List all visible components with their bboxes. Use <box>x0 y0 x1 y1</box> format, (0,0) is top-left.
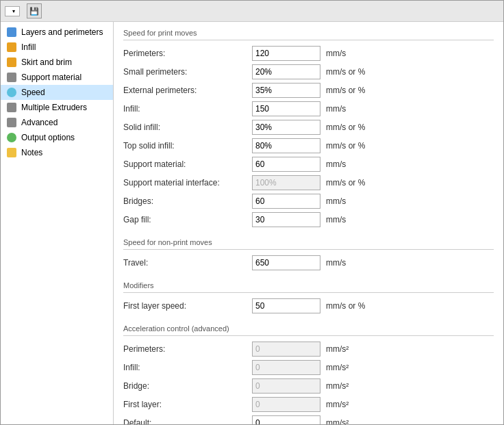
field-label: Bridge: <box>123 381 247 391</box>
advanced-icon <box>6 117 17 128</box>
sidebar-item-support[interactable]: Support material <box>1 70 113 85</box>
field-input <box>252 360 320 375</box>
field-input[interactable] <box>252 138 320 153</box>
field-unit: mm/s or % <box>326 86 365 95</box>
sidebar-label-skirt: Skirt and brim <box>21 57 72 67</box>
field-label: First layer speed: <box>123 301 247 311</box>
field-unit: mm/s or % <box>326 123 365 132</box>
field-unit: mm/s² <box>326 418 349 424</box>
field-label: Perimeters: <box>123 344 247 354</box>
section-title-modifiers: Modifiers <box>123 281 494 293</box>
sidebar-label-notes: Notes <box>21 148 42 157</box>
field-row: Travel:mm/s <box>123 255 494 270</box>
sidebar-item-extruders[interactable]: Multiple Extruders <box>1 100 113 115</box>
field-label: External perimeters: <box>123 86 247 95</box>
field-input[interactable] <box>252 120 320 135</box>
title-bar: ▾ 💾 <box>1 1 503 22</box>
field-label: Gap fill: <box>123 215 247 224</box>
field-row: First layer:mm/s² <box>123 397 494 412</box>
section-title-print-moves: Speed for print moves <box>123 29 494 40</box>
field-unit: mm/s² <box>326 400 349 409</box>
field-input[interactable] <box>252 212 320 227</box>
field-label: First layer: <box>123 400 247 409</box>
field-input[interactable] <box>252 46 320 61</box>
sidebar-label-extruders: Multiple Extruders <box>21 103 87 112</box>
section-modifiers: ModifiersFirst layer speed:mm/s or % <box>123 281 494 313</box>
field-row: Infill:mm/s <box>123 101 494 116</box>
field-input[interactable] <box>252 64 320 79</box>
field-input[interactable] <box>252 298 320 313</box>
field-row: First layer speed:mm/s or % <box>123 298 494 313</box>
section-acceleration: Acceleration control (advanced)Perimeter… <box>123 324 494 424</box>
main-content: Layers and perimetersInfillSkirt and bri… <box>1 22 503 424</box>
save-button[interactable]: 💾 <box>27 3 42 18</box>
sidebar: Layers and perimetersInfillSkirt and bri… <box>1 22 114 424</box>
field-unit: mm/s or % <box>326 301 365 311</box>
sidebar-label-speed: Speed <box>21 88 45 97</box>
field-label: Solid infill: <box>123 123 247 132</box>
field-unit: mm/s <box>326 104 346 114</box>
sidebar-label-support: Support material <box>21 73 81 82</box>
field-row: Small perimeters:mm/s or % <box>123 64 494 79</box>
field-label: Travel: <box>123 258 247 268</box>
field-label: Support material: <box>123 159 247 169</box>
field-unit: mm/s or % <box>326 141 365 151</box>
sidebar-label-output: Output options <box>21 133 75 142</box>
sidebar-item-skirt[interactable]: Skirt and brim <box>1 55 113 70</box>
extruders-icon <box>6 102 17 113</box>
sidebar-item-advanced[interactable]: Advanced <box>1 115 113 130</box>
field-input[interactable] <box>252 83 320 98</box>
field-row: Bridge:mm/s² <box>123 378 494 394</box>
field-input[interactable] <box>252 101 320 116</box>
section-title-non-print-moves: Speed for non-print moves <box>123 238 494 250</box>
field-label: Top solid infill: <box>123 141 247 151</box>
field-input <box>252 397 320 412</box>
field-unit: mm/s <box>326 159 346 169</box>
field-input <box>252 175 320 190</box>
field-input <box>252 342 320 357</box>
field-row: Gap fill:mm/s <box>123 212 494 227</box>
output-icon <box>6 132 17 143</box>
support-icon <box>6 72 17 83</box>
field-row: Support material interface:mm/s or % <box>123 175 494 190</box>
field-unit: mm/s <box>326 196 346 206</box>
sidebar-item-output[interactable]: Output options <box>1 130 113 145</box>
field-label: Default: <box>123 418 247 424</box>
field-input[interactable] <box>252 157 320 172</box>
file-dropdown[interactable]: ▾ <box>5 6 20 16</box>
field-row: Support material:mm/s <box>123 157 494 172</box>
field-input <box>252 378 320 394</box>
field-unit: mm/s <box>326 258 346 268</box>
sidebar-item-notes[interactable]: Notes <box>1 145 113 160</box>
speed-icon <box>6 87 17 98</box>
sidebar-label-layers: Layers and perimeters <box>21 27 103 37</box>
field-unit: mm/s² <box>326 363 349 372</box>
sidebar-item-infill[interactable]: Infill <box>1 40 113 55</box>
field-row: Perimeters:mm/s² <box>123 342 494 357</box>
field-unit: mm/s or % <box>326 67 365 77</box>
field-label: Small perimeters: <box>123 67 247 77</box>
sidebar-item-layers[interactable]: Layers and perimeters <box>1 25 113 40</box>
sidebar-item-speed[interactable]: Speed <box>1 85 113 100</box>
field-unit: mm/s² <box>326 344 349 354</box>
content-panel: Speed for print movesPerimeters:mm/sSmal… <box>114 22 503 424</box>
field-row: Top solid infill:mm/s or % <box>123 138 494 153</box>
field-row: Bridges:mm/s <box>123 194 494 209</box>
field-label: Infill: <box>123 104 247 114</box>
section-print-moves: Speed for print movesPerimeters:mm/sSmal… <box>123 29 494 227</box>
field-row: External perimeters:mm/s or % <box>123 83 494 98</box>
title-icon-group: 💾 <box>27 3 42 18</box>
field-row: Perimeters:mm/s <box>123 46 494 61</box>
notes-icon <box>6 147 17 158</box>
field-unit: mm/s <box>326 215 346 224</box>
layers-icon <box>6 27 17 38</box>
dropdown-arrow-icon: ▾ <box>12 8 15 14</box>
save-icon: 💾 <box>29 7 39 16</box>
section-non-print-moves: Speed for non-print movesTravel:mm/s <box>123 238 494 270</box>
main-window: ▾ 💾 Layers and perimetersInfillSkirt and… <box>0 0 504 425</box>
field-row: Solid infill:mm/s or % <box>123 120 494 135</box>
field-input[interactable] <box>252 194 320 209</box>
field-input[interactable] <box>252 255 320 270</box>
field-input[interactable] <box>252 415 320 424</box>
sidebar-label-infill: Infill <box>21 42 36 52</box>
